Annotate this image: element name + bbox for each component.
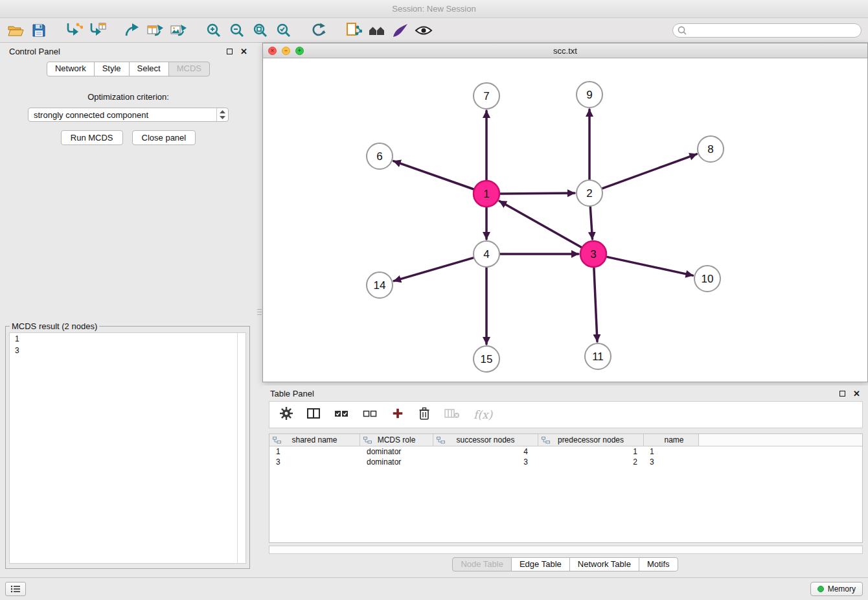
snapshot-icon xyxy=(345,22,362,39)
run-mcds-button[interactable]: Run MCDS xyxy=(61,130,123,145)
graph-node-2[interactable]: 2 xyxy=(577,180,602,206)
control-panel-title: Control Panel xyxy=(9,47,60,56)
column-header-predecessor-nodes[interactable]: predecessor nodes xyxy=(538,434,644,446)
float-panel-icon[interactable] xyxy=(227,49,233,54)
show-columns-button[interactable] xyxy=(306,407,321,422)
node-label: 8 xyxy=(707,143,713,156)
edge-2-to-3[interactable] xyxy=(590,207,592,239)
tab-node-table[interactable]: Node Table xyxy=(452,557,512,571)
graph-node-9[interactable]: 9 xyxy=(577,82,602,108)
column-type-icon xyxy=(273,437,281,444)
close-panel-icon[interactable]: ✕ xyxy=(240,47,247,56)
close-table-panel-icon[interactable]: ✕ xyxy=(853,389,860,398)
import-network-icon xyxy=(65,22,83,39)
memory-label: Memory xyxy=(828,584,856,594)
graph-node-4[interactable]: 4 xyxy=(474,241,499,267)
cell-MCDS-role: dominator xyxy=(360,447,433,456)
graph-node-6[interactable]: 6 xyxy=(367,143,393,169)
tab-select[interactable]: Select xyxy=(129,62,169,76)
column-header-successor-nodes[interactable]: successor nodes xyxy=(433,434,538,446)
float-table-panel-icon[interactable] xyxy=(839,391,845,397)
graph-node-11[interactable]: 11 xyxy=(585,343,611,369)
close-window-icon[interactable]: × xyxy=(268,47,277,55)
edge-1-to-2[interactable] xyxy=(500,193,575,194)
search-box[interactable] xyxy=(672,23,862,38)
zoom-out-button[interactable] xyxy=(225,19,249,41)
save-session-button[interactable] xyxy=(27,19,51,41)
tab-style[interactable]: Style xyxy=(94,62,130,76)
refresh-layout-icon xyxy=(310,22,327,39)
result-scrollbar[interactable] xyxy=(237,333,238,563)
deselect-all-button[interactable] xyxy=(363,408,378,422)
optimization-criterion-label: Optimization criterion: xyxy=(0,92,257,102)
panel-splitter[interactable] xyxy=(257,303,262,320)
mcds-result-textarea[interactable]: 1 3 xyxy=(9,332,246,564)
mcds-result-title: MCDS result (2 nodes) xyxy=(10,321,99,331)
unchecked-boxes-icon xyxy=(363,408,378,419)
search-input[interactable] xyxy=(688,25,861,36)
graph-node-7[interactable]: 7 xyxy=(474,83,499,109)
tab-edge-table[interactable]: Edge Table xyxy=(511,557,570,571)
apply-layout-button[interactable] xyxy=(307,19,330,41)
graph-node-8[interactable]: 8 xyxy=(698,136,724,162)
table-row[interactable]: 1dominator411 xyxy=(269,446,862,457)
tab-network[interactable]: Network xyxy=(47,62,95,76)
task-history-button[interactable] xyxy=(5,582,26,596)
zoom-fit-icon xyxy=(252,22,269,39)
tab-network-table[interactable]: Network Table xyxy=(569,557,639,571)
select-all-button[interactable] xyxy=(334,408,349,422)
criterion-dropdown[interactable]: strongly connected component xyxy=(28,108,229,122)
edge-1-to-6[interactable] xyxy=(394,161,474,189)
export-image-button[interactable] xyxy=(167,19,190,41)
first-neighbors-button[interactable] xyxy=(365,19,389,41)
graph-node-1[interactable]: 1 xyxy=(474,181,499,207)
trash-icon xyxy=(418,406,431,421)
zoom-fit-button[interactable] xyxy=(249,19,272,41)
edge-2-to-8[interactable] xyxy=(602,154,697,189)
tab-mcds[interactable]: MCDS xyxy=(168,62,210,76)
tab-motifs[interactable]: Motifs xyxy=(639,557,678,571)
add-row-button[interactable] xyxy=(391,407,404,422)
edge-3-to-11[interactable] xyxy=(594,268,597,341)
export-table-button[interactable] xyxy=(144,19,167,41)
delete-columns-button[interactable] xyxy=(444,408,460,422)
main-toolbar xyxy=(0,18,868,43)
show-graphics-details-button[interactable] xyxy=(412,19,435,41)
node-label: 3 xyxy=(590,248,596,260)
table-horizontal-scrollbar[interactable] xyxy=(269,546,863,554)
zoom-selected-button[interactable] xyxy=(272,19,295,41)
apply-function-button[interactable]: f(x) xyxy=(474,408,492,421)
network-canvas[interactable]: 7968124314101511 xyxy=(263,58,867,382)
import-network-button[interactable] xyxy=(62,19,86,41)
export-network-button[interactable] xyxy=(120,19,144,41)
graph-node-3[interactable]: 3 xyxy=(580,241,606,267)
node-label: 10 xyxy=(702,273,714,285)
maximize-window-icon[interactable]: + xyxy=(295,47,304,55)
close-panel-button[interactable]: Close panel xyxy=(132,130,196,145)
table-tabs: Node Table Edge Table Network Table Moti… xyxy=(262,557,868,571)
style-button[interactable] xyxy=(389,19,412,41)
import-table-button[interactable] xyxy=(86,19,109,41)
zoom-in-button[interactable] xyxy=(202,19,225,41)
graph-node-15[interactable]: 15 xyxy=(474,346,499,372)
table-row[interactable]: 3dominator323 xyxy=(269,457,862,467)
network-window-titlebar[interactable]: × − + scc.txt xyxy=(263,43,867,58)
network-snapshot-button[interactable] xyxy=(342,19,365,41)
network-view[interactable]: 7968124314101511 xyxy=(263,58,867,382)
edge-4-to-14[interactable] xyxy=(394,258,474,281)
export-network-icon xyxy=(124,22,141,39)
graph-node-10[interactable]: 10 xyxy=(694,266,720,292)
edge-3-to-1[interactable] xyxy=(499,201,582,247)
control-panel-tabs: Network Style Select MCDS xyxy=(0,60,257,76)
delete-rows-button[interactable] xyxy=(418,406,431,423)
edge-3-to-10[interactable] xyxy=(607,257,693,275)
minimize-window-icon[interactable]: − xyxy=(282,47,290,55)
memory-button[interactable]: Memory xyxy=(810,582,863,596)
open-session-button[interactable] xyxy=(4,19,27,41)
column-header-shared-name[interactable]: shared name xyxy=(269,434,360,446)
application-window: Session: New Session xyxy=(0,0,868,600)
graph-node-14[interactable]: 14 xyxy=(367,272,393,298)
table-settings-button[interactable] xyxy=(280,407,293,422)
column-header-name[interactable]: name xyxy=(644,434,699,446)
column-header-mcds-role[interactable]: MCDS role xyxy=(360,434,433,446)
